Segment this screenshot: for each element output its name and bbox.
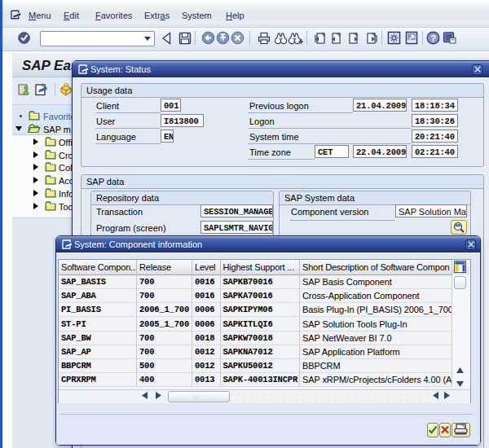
svg-text:?: ? bbox=[430, 33, 436, 43]
